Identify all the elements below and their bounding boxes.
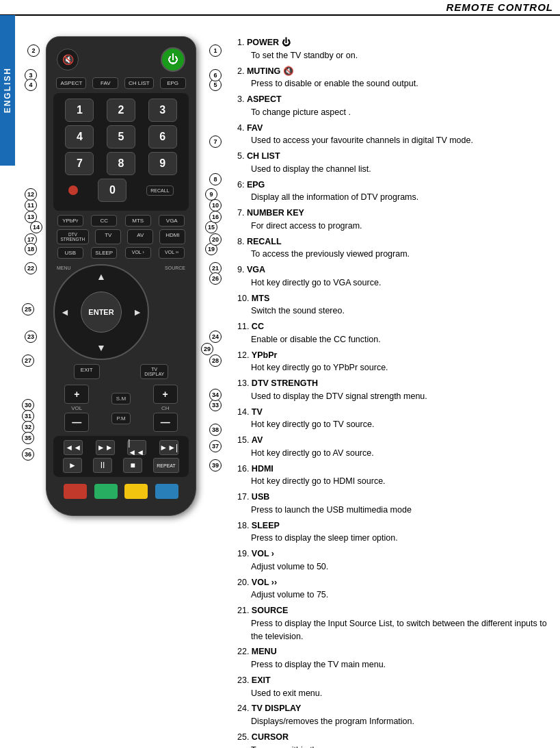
num-4-button[interactable]: 4 [65,125,94,149]
prev-button[interactable]: |◄◄ [127,440,146,455]
page-header: REMOTE CONTROL [0,0,560,16]
play-button[interactable]: ► [63,458,82,473]
ypbpr-button[interactable]: YPbPr [57,215,83,227]
ch-minus-button[interactable]: — [153,413,178,432]
inst-item-5: 5. CH LIST Used to display the channel l… [237,150,550,176]
pause-button[interactable]: II [93,458,112,473]
inst-item-18: 18. SLEEP Press to display the sleep tim… [237,519,550,545]
inst-desc-2: Press to disable or enable the sound out… [237,77,550,90]
inst-item-24: 24. TV DISPLAY Displays/removes the prog… [237,702,550,728]
numpad-zero-row: 0 RECALL [59,179,183,202]
callout-38: 38 [209,424,222,436]
inst-num-10: 10. [237,294,252,303]
vol-plus-button[interactable]: + [64,385,89,404]
nav-down-arrow[interactable]: ▼ [96,342,106,353]
av-button[interactable]: AV [127,229,153,244]
inst-item-12: 12. YPbPr Hot key directly go to YPbPr s… [237,349,550,375]
inst-desc-6: Display all the information of DTV progr… [237,191,550,204]
num-6-button[interactable]: 6 [148,125,177,149]
inst-item-13: 13. DTV STRENGTH Used to display the DTV… [237,377,550,403]
red-button[interactable] [64,484,87,499]
yellow-button[interactable] [124,484,148,499]
inst-label-7: NUMBER KEY [247,208,304,218]
vol-high-button[interactable]: VOL ›› [159,247,185,259]
inst-desc-8: To access the previously viewed program. [237,248,550,261]
inst-desc-7: For direct access to program. [237,220,550,233]
fav-button[interactable]: FAV [92,77,118,89]
inst-label-18: SLEEP [252,521,280,530]
nav-left-arrow[interactable]: ◄ [60,307,70,318]
num-8-button[interactable]: 8 [107,152,135,175]
inst-desc-22: Press to display the TV main menu. [237,658,550,671]
blue-button[interactable] [155,484,178,499]
hdmi-button[interactable]: HDMI [159,229,185,244]
recall-button[interactable]: RECALL [146,185,173,196]
stop-button[interactable]: ■ [123,458,142,473]
mute-button[interactable]: 🔇 [57,49,79,70]
nav-right-arrow[interactable]: ► [133,307,142,318]
inst-desc-12: Hot key directly go to YPbPr source. [237,361,550,374]
num-7-button[interactable]: 7 [65,152,94,175]
rew-button[interactable]: ◄◄ [64,440,83,455]
callout-10: 10 [209,199,222,211]
tv-display-button[interactable]: TVDISPLAY [140,364,168,379]
menu-label: MENU [57,266,71,270]
remote-top-row: 🔇 ⏻ [53,47,189,72]
main-content: 🔇 ⏻ ASPECT FAV CH LIST EPG 1 [0,16,560,748]
inst-label-4: FAV [247,123,263,133]
exit-button[interactable]: EXIT [74,364,100,379]
inst-item-25: 25. CURSOR To move within the menu. [237,731,550,748]
sleep-button[interactable]: SLEEP [91,247,117,259]
num-1-button[interactable]: 1 [65,99,94,122]
mts-button[interactable]: MTS [125,215,151,227]
inst-item-2: 2. MUTING 🔇 Press to disable or enable t… [237,65,550,91]
inst-label-15: AV [252,435,263,445]
inst-label-21: SOURCE [252,606,288,615]
power-button[interactable]: ⏻ [161,47,185,72]
vol-column: + VOL — [64,385,89,432]
vol-row: USB SLEEP VOL › VOL ›› [53,247,189,259]
inst-num-3: 3. [237,94,247,104]
dot-button[interactable] [68,185,78,195]
epg-button[interactable]: EPG [160,77,186,89]
inst-item-6: 6: EPG Display all the information of DT… [237,179,550,205]
sm-button[interactable]: S.M [111,393,131,404]
num-9-button[interactable]: 9 [148,152,177,175]
enter-button[interactable]: ENTER [81,292,122,333]
ch-plus-button[interactable]: + [153,385,178,404]
cc-button[interactable]: CC [91,215,117,227]
inst-item-14: 14. TV Hot key directly go to TV source. [237,406,550,432]
inst-label-3: ASPECT [247,94,282,104]
remote-area: 🔇 ⏻ ASPECT FAV CH LIST EPG 1 [15,16,227,748]
color-buttons [53,481,189,502]
repeat-button[interactable]: REPEAT [153,458,179,473]
num-0-button[interactable]: 0 [98,179,126,202]
mute-icon: 🔇 [62,54,74,65]
inst-label-19: VOL › [252,549,274,558]
num-2-button[interactable]: 2 [107,99,135,122]
inst-num-8: 8. [237,237,247,246]
num-5-button[interactable]: 5 [107,125,135,149]
inst-label-2: MUTING 🔇 [247,66,294,76]
green-button[interactable] [94,484,118,499]
vol-minus-button[interactable]: — [64,413,89,432]
inst-num-9: 9. [237,265,247,274]
dtv-button[interactable]: DTVSTRENGTH [57,229,90,244]
next-button[interactable]: ►►| [159,440,178,455]
ch-column: + CH — [153,385,178,432]
tv-button[interactable]: TV [95,229,121,244]
inst-item-16: 16. HDMI Hot key directly go to HDMI sou… [237,463,550,489]
aspect-button[interactable]: ASPECT [56,77,86,89]
vol-med-button[interactable]: VOL › [125,247,151,259]
pm-button[interactable]: P.M [111,413,130,424]
usb-button[interactable]: USB [57,247,83,259]
inst-label-8: RECALL [247,237,282,246]
num-3-button[interactable]: 3 [148,99,177,122]
callout-28: 28 [209,354,222,367]
fwd-button[interactable]: ►► [96,440,115,455]
vga-button[interactable]: VGA [159,215,185,227]
inst-desc-25: To move within the menu. [237,744,550,749]
callout-16: 16 [209,211,222,223]
nav-up-arrow[interactable]: ▲ [96,271,106,282]
chlist-button[interactable]: CH LIST [124,77,154,89]
